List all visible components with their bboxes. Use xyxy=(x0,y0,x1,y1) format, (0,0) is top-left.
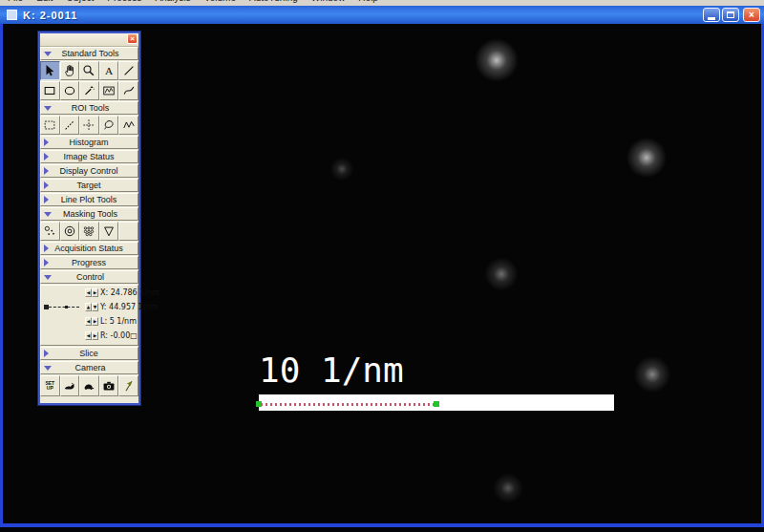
section-label-roi-tools: ROI Tools xyxy=(52,103,129,113)
tool-button-view-fast[interactable] xyxy=(60,375,80,396)
palette-section-control[interactable]: Control xyxy=(40,270,138,284)
palette-section-progress[interactable]: Progress xyxy=(40,256,138,269)
readout-r: R: -0.00□ xyxy=(100,331,138,340)
palette-section-slice[interactable]: Slice xyxy=(40,347,138,360)
spin-right-button[interactable]: ▶ xyxy=(92,317,98,326)
masking-tools-row xyxy=(40,222,138,241)
spin-down-button[interactable]: ▼ xyxy=(92,303,98,311)
standard-tools-row-2 xyxy=(40,81,138,100)
menu-item-analysis[interactable]: Analysis xyxy=(155,0,190,3)
tool-palette: × Standard ToolsAROI ToolsHistogramImage… xyxy=(38,32,140,405)
slider-handle[interactable] xyxy=(44,305,49,309)
standard-tools-row-1: A xyxy=(40,61,138,80)
tool-button-line[interactable] xyxy=(118,61,138,80)
menu-item-autotuning[interactable]: AutoTuning xyxy=(249,0,298,3)
measurement-line[interactable] xyxy=(261,403,435,406)
palette-body: Standard ToolsAROI ToolsHistogramImage S… xyxy=(40,47,138,397)
triangle-down-icon xyxy=(44,275,52,280)
close-button[interactable]: × xyxy=(743,8,760,22)
palette-section-display-control[interactable]: Display Control xyxy=(40,164,138,178)
minimize-button[interactable] xyxy=(703,8,720,22)
spin-left-button[interactable]: ◀ xyxy=(85,288,92,297)
spin-left-button[interactable]: ◀ xyxy=(85,317,92,326)
triangle-down-icon xyxy=(44,106,52,111)
tool-button-zoom[interactable] xyxy=(79,61,99,80)
rect-icon xyxy=(43,84,56,97)
menu-item-window[interactable]: Window xyxy=(311,0,346,3)
menu-item-file[interactable]: File xyxy=(8,0,23,3)
palette-section-roi-tools[interactable]: ROI Tools xyxy=(40,101,138,115)
palette-section-camera[interactable]: Camera xyxy=(40,361,138,374)
control-row-r: ◀▶R: -0.00□ xyxy=(85,330,138,341)
readout-l: L: 5 1/nm xyxy=(100,317,137,326)
palette-section-line-plot-tools[interactable]: Line Plot Tools xyxy=(40,193,138,206)
maximize-icon xyxy=(727,11,734,18)
palette-section-histogram[interactable]: Histogram xyxy=(40,136,138,149)
tool-button-spot-mask[interactable] xyxy=(40,222,60,241)
tool-button-pointer[interactable] xyxy=(40,61,60,80)
control-row-y: ▲▼Y: 44.957 1/nm xyxy=(85,302,158,312)
minimize-icon xyxy=(708,17,715,20)
menu-item-edit[interactable]: Edit xyxy=(36,0,53,3)
slider-track xyxy=(49,307,79,308)
tool-button-wand[interactable] xyxy=(79,81,99,100)
line-icon xyxy=(122,64,136,77)
title-bar[interactable]: K: 2-0011 × xyxy=(0,6,764,24)
section-label-camera: Camera xyxy=(52,363,129,372)
ellipse-icon xyxy=(63,84,76,97)
palette-section-target[interactable]: Target xyxy=(40,179,138,192)
tool-button-view-slow[interactable] xyxy=(79,375,99,396)
spinner-r: ◀▶ xyxy=(85,331,98,340)
tool-button-setup[interactable]: SETUP xyxy=(40,375,60,396)
tool-button-line-roi[interactable] xyxy=(60,116,80,135)
palette-section-standard-tools[interactable]: Standard Tools xyxy=(40,47,138,60)
section-label-image-status: Image Status xyxy=(49,152,129,161)
view-fast-icon xyxy=(63,379,76,393)
tool-button-ellipse[interactable] xyxy=(60,81,80,100)
tool-button-hand[interactable] xyxy=(60,61,80,80)
line-roi-icon xyxy=(63,118,76,132)
spin-up-button[interactable]: ▲ xyxy=(85,303,92,311)
menu-item-volume[interactable]: Volume xyxy=(204,0,236,3)
palette-close-button[interactable]: × xyxy=(127,33,138,44)
tool-button-text[interactable]: A xyxy=(99,61,119,80)
triangle-down-icon xyxy=(44,366,52,371)
maximize-button[interactable] xyxy=(722,8,739,22)
menu-item-process[interactable]: Process xyxy=(107,0,141,3)
tool-button-annular-mask[interactable] xyxy=(60,222,80,241)
spin-right-button[interactable]: ▶ xyxy=(92,331,98,340)
section-label-histogram: Histogram xyxy=(49,138,129,147)
menu-item-object[interactable]: Object xyxy=(66,0,94,3)
tool-button-wedge-mask[interactable] xyxy=(99,222,119,241)
palette-title-bar[interactable]: × xyxy=(40,33,138,47)
tool-button-rect-roi[interactable] xyxy=(40,116,60,135)
palette-section-masking-tools[interactable]: Masking Tools xyxy=(40,207,138,221)
tool-button-acquire[interactable] xyxy=(99,375,119,396)
window-controls: × xyxy=(703,8,760,22)
tool-button-curve-roi[interactable] xyxy=(118,116,138,135)
tool-button-rect[interactable] xyxy=(40,81,60,100)
tool-button-freehand[interactable] xyxy=(118,81,138,100)
readout-x: X: 24.786 1/nm xyxy=(100,288,159,297)
tool-button-point-roi[interactable] xyxy=(79,116,99,135)
tool-button-array-mask[interactable] xyxy=(79,222,99,241)
control-slider[interactable] xyxy=(44,305,82,310)
palette-section-acquisition-status[interactable]: Acquisition Status xyxy=(40,242,138,255)
window-title: K: 2-0011 xyxy=(23,10,77,21)
measurement-handle-right[interactable] xyxy=(434,401,439,407)
section-label-display-control: Display Control xyxy=(49,166,129,176)
tool-button-lasso-roi[interactable] xyxy=(99,116,119,135)
array-mask-icon xyxy=(82,224,96,238)
section-label-control: Control xyxy=(52,272,129,282)
svg-text:A: A xyxy=(105,65,114,76)
palette-section-image-status[interactable]: Image Status xyxy=(40,150,138,163)
menu-items: FileEditObjectProcessAnalysisVolumeAutoT… xyxy=(8,0,378,3)
tool-button-flag[interactable] xyxy=(118,375,138,396)
spin-left-button[interactable]: ◀ xyxy=(85,331,92,340)
menu-item-help[interactable]: Help xyxy=(358,0,378,3)
tool-button-profile[interactable] xyxy=(99,81,119,100)
pointer-icon xyxy=(43,64,56,77)
spin-right-button[interactable]: ▶ xyxy=(92,288,98,297)
measurement-handle-left[interactable] xyxy=(256,401,262,407)
flag-icon xyxy=(122,379,136,393)
